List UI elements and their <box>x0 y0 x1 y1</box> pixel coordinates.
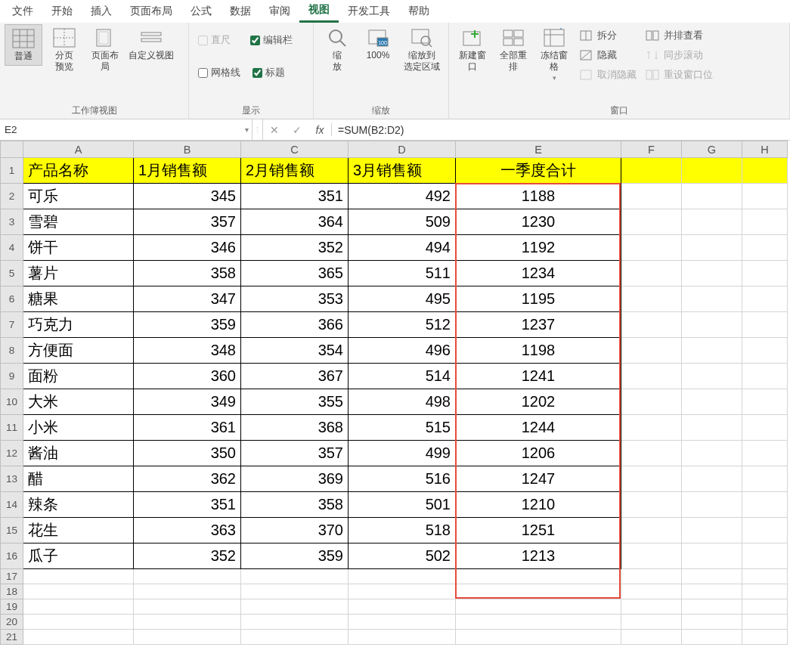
cell[interactable] <box>742 209 788 235</box>
cell[interactable] <box>621 338 682 364</box>
cell[interactable] <box>742 415 788 441</box>
cell-total[interactable]: 1188 <box>456 184 621 209</box>
view-custom-button[interactable]: 自定义视图 <box>127 24 175 64</box>
cell[interactable] <box>742 261 788 286</box>
split-button[interactable]: 拆分 <box>578 27 638 44</box>
cell[interactable]: 351 <box>241 184 349 209</box>
cell[interactable]: 368 <box>241 415 349 441</box>
cell[interactable]: 362 <box>134 466 241 492</box>
cell[interactable]: 365 <box>241 261 349 286</box>
cell[interactable] <box>682 158 742 184</box>
view-pagelayout-button[interactable]: 页面布局 <box>86 24 124 76</box>
row-header[interactable]: 11 <box>1 415 23 441</box>
cell[interactable] <box>742 389 788 415</box>
column-header-G[interactable]: G <box>682 141 742 158</box>
gridlines-checkbox[interactable]: 网格线 <box>194 64 245 82</box>
cell[interactable]: 366 <box>241 312 349 338</box>
menu-item-5[interactable]: 数据 <box>221 1 260 22</box>
gridlines-check-input[interactable] <box>198 68 208 78</box>
cell-total[interactable]: 1230 <box>456 209 621 235</box>
cell[interactable] <box>621 615 682 630</box>
row-header[interactable]: 20 <box>1 615 23 630</box>
cell-total[interactable]: 1251 <box>456 518 621 543</box>
row-header[interactable]: 21 <box>1 630 23 645</box>
cell[interactable]: 瓜子 <box>23 543 134 569</box>
cell[interactable]: 359 <box>134 312 241 338</box>
cell[interactable]: 酱油 <box>23 441 134 466</box>
cell[interactable]: 薯片 <box>23 261 134 286</box>
cell[interactable] <box>621 235 682 261</box>
column-header-E[interactable]: E <box>456 141 621 158</box>
cell[interactable] <box>23 569 134 584</box>
cell[interactable] <box>682 569 742 584</box>
cell[interactable]: 511 <box>349 261 456 286</box>
row-header[interactable]: 17 <box>1 569 23 584</box>
cell[interactable] <box>742 158 788 184</box>
cell[interactable] <box>621 569 682 584</box>
cell[interactable]: 花生 <box>23 518 134 543</box>
cell[interactable]: 351 <box>134 492 241 518</box>
cell[interactable]: 516 <box>349 466 456 492</box>
cell[interactable] <box>742 569 788 584</box>
cell[interactable] <box>456 584 621 599</box>
cell[interactable] <box>742 543 788 569</box>
formulabar-checkbox[interactable]: 编辑栏 <box>246 32 297 49</box>
headings-checkbox[interactable]: 标题 <box>248 64 290 82</box>
cell[interactable]: 518 <box>349 518 456 543</box>
cell-total[interactable]: 1241 <box>456 364 621 389</box>
cell[interactable]: 大米 <box>23 389 134 415</box>
row-header[interactable]: 8 <box>1 338 23 364</box>
cell[interactable] <box>742 364 788 389</box>
cell[interactable]: 醋 <box>23 466 134 492</box>
cell[interactable]: 面粉 <box>23 364 134 389</box>
cell[interactable]: 358 <box>134 261 241 286</box>
cell[interactable] <box>682 261 742 286</box>
row-header[interactable]: 9 <box>1 364 23 389</box>
cell[interactable] <box>682 441 742 466</box>
cell[interactable] <box>682 209 742 235</box>
cell[interactable]: 496 <box>349 338 456 364</box>
cell-total[interactable]: 1237 <box>456 312 621 338</box>
menu-item-0[interactable]: 文件 <box>3 1 42 22</box>
freeze-button[interactable]: * 冻结窗格 ▾ <box>535 24 573 85</box>
zoom-button[interactable]: 缩 放 <box>318 24 356 76</box>
drag-handle-icon[interactable]: ⋮ <box>252 119 263 140</box>
cell[interactable] <box>682 615 742 630</box>
cell[interactable]: 346 <box>134 235 241 261</box>
cell[interactable] <box>134 615 241 630</box>
cell[interactable] <box>682 312 742 338</box>
cell[interactable] <box>134 569 241 584</box>
cell[interactable]: 495 <box>349 286 456 312</box>
cell[interactable] <box>742 518 788 543</box>
cell[interactable] <box>621 312 682 338</box>
cell[interactable] <box>621 286 682 312</box>
cell[interactable] <box>349 615 456 630</box>
cell[interactable] <box>456 615 621 630</box>
cell[interactable] <box>682 415 742 441</box>
cell[interactable] <box>349 630 456 645</box>
cell[interactable] <box>682 286 742 312</box>
cell[interactable] <box>682 599 742 615</box>
cell[interactable]: 515 <box>349 415 456 441</box>
row-header[interactable]: 13 <box>1 466 23 492</box>
cell[interactable] <box>621 364 682 389</box>
cell[interactable] <box>241 599 349 615</box>
cell[interactable] <box>621 466 682 492</box>
cell[interactable] <box>621 441 682 466</box>
cell[interactable]: 370 <box>241 518 349 543</box>
chevron-down-icon[interactable]: ▾ <box>245 125 249 134</box>
cell[interactable]: 512 <box>349 312 456 338</box>
cell[interactable] <box>241 569 349 584</box>
cell[interactable] <box>621 599 682 615</box>
cell-total[interactable]: 1247 <box>456 466 621 492</box>
cell[interactable] <box>241 615 349 630</box>
cell[interactable]: 辣条 <box>23 492 134 518</box>
cell-total[interactable]: 1195 <box>456 286 621 312</box>
cell[interactable]: 501 <box>349 492 456 518</box>
cell[interactable] <box>742 338 788 364</box>
cell-total[interactable]: 1244 <box>456 415 621 441</box>
row-header[interactable]: 5 <box>1 261 23 286</box>
cell[interactable]: 巧克力 <box>23 312 134 338</box>
insert-function-button[interactable]: fx <box>308 124 331 136</box>
cell[interactable] <box>23 615 134 630</box>
